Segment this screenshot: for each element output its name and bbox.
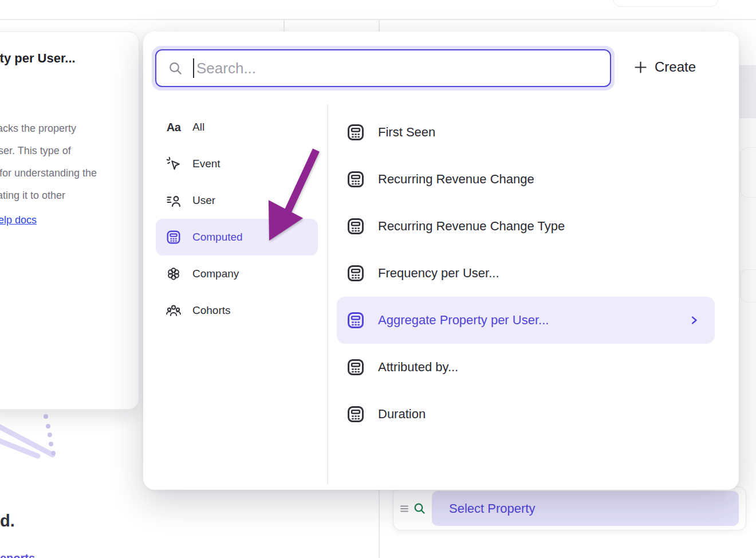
green-search-icon xyxy=(413,502,427,516)
decorative-illustration xyxy=(0,410,65,463)
select-property-button[interactable]: Select Property xyxy=(432,491,739,526)
calculator-icon xyxy=(346,264,365,283)
search-field-focus-ring xyxy=(152,46,615,91)
property-tooltip-card: rty per User... acks the property ser. T… xyxy=(0,32,139,410)
category-cohorts[interactable]: Cohorts xyxy=(156,292,318,329)
event-cursor-icon xyxy=(165,155,182,172)
help-docs-link[interactable]: elp docs xyxy=(0,214,37,226)
property-item[interactable]: Frequency per User... xyxy=(337,250,715,297)
property-item[interactable]: Attributed by... xyxy=(337,344,715,391)
tooltip-body-line: ating it to other xyxy=(0,190,65,202)
calculator-icon xyxy=(346,357,365,377)
tooltip-title: rty per User... xyxy=(0,51,76,66)
create-button[interactable]: Create xyxy=(634,56,696,78)
category-user[interactable]: User xyxy=(156,182,318,219)
chevron-right-icon xyxy=(688,315,700,326)
property-picker-modal: Create Aa All Event xyxy=(143,32,739,490)
category-company[interactable]: Company xyxy=(156,256,318,292)
modal-column-divider xyxy=(327,105,328,484)
user-list-icon xyxy=(165,192,182,209)
property-list: First Seen Recurring Revenue Change Recu… xyxy=(337,109,715,438)
calculator-icon xyxy=(346,404,365,424)
background-heading-fragment: d. xyxy=(0,512,15,531)
category-computed[interactable]: Computed xyxy=(156,219,318,256)
property-selector-row: Select Property xyxy=(393,486,746,531)
text-caret xyxy=(193,58,194,78)
calculator-icon xyxy=(346,123,365,142)
category-event[interactable]: Event xyxy=(156,146,318,182)
background-link-fragment[interactable]: eports xyxy=(0,552,52,558)
cohorts-people-icon xyxy=(165,302,182,319)
select-property-label: Select Property xyxy=(449,501,535,516)
property-item[interactable]: Recurring Revenue Change Type xyxy=(337,203,715,250)
property-item[interactable]: Duration xyxy=(337,391,715,438)
search-field[interactable] xyxy=(155,49,611,87)
calculator-icon xyxy=(346,217,365,236)
calculator-icon xyxy=(165,229,182,246)
plus-icon xyxy=(634,61,647,74)
background-panel-edge xyxy=(739,65,756,118)
tooltip-body-line: ser. This type of xyxy=(0,145,71,157)
search-icon xyxy=(168,61,183,76)
category-all[interactable]: Aa All xyxy=(156,109,318,146)
calculator-icon xyxy=(346,170,365,189)
drag-handle-icon[interactable] xyxy=(399,504,410,514)
tooltip-body-line: for understanding the xyxy=(0,167,97,179)
search-input[interactable] xyxy=(196,60,610,77)
property-item[interactable]: First Seen xyxy=(337,109,715,156)
page-divider-horizontal xyxy=(0,19,756,20)
company-cluster-icon xyxy=(165,265,182,282)
category-sidebar: Aa All Event User xyxy=(156,109,318,329)
background-card-edge xyxy=(740,269,756,302)
property-item[interactable]: Recurring Revenue Change xyxy=(337,156,715,203)
background-card-edge xyxy=(740,147,756,198)
background-button-partial xyxy=(613,0,719,7)
tooltip-body-line: acks the property xyxy=(0,123,76,135)
text-aa-icon: Aa xyxy=(165,119,182,136)
property-item-selected[interactable]: Aggregate Property per User... xyxy=(337,297,715,344)
calculator-icon xyxy=(346,311,365,330)
create-button-label: Create xyxy=(655,59,696,75)
